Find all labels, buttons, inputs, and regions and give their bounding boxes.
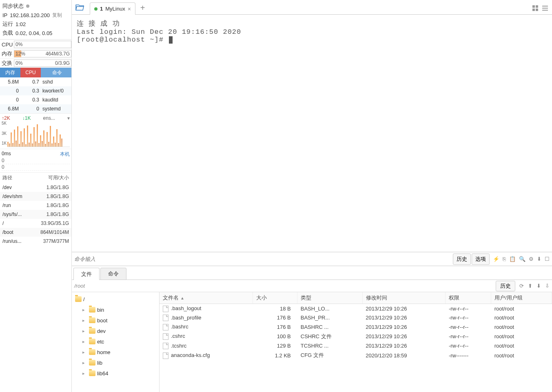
process-row[interactable]: 6.8M0systemd xyxy=(0,104,71,113)
process-row[interactable]: 00.3kworker/0 xyxy=(0,86,71,95)
disk-row[interactable]: /sys/fs/...1.8G/1.8G xyxy=(0,210,71,219)
download-all-icon[interactable]: ⇩ xyxy=(545,283,550,289)
upload-icon[interactable]: ⬆ xyxy=(528,283,532,289)
bolt-icon[interactable]: ⚡ xyxy=(493,256,499,262)
col-perm[interactable]: 权限 xyxy=(446,292,491,304)
disk-path: / xyxy=(2,220,4,226)
file-row[interactable]: .tcshrc129 BTCSHRC ...2013/12/29 10:26-r… xyxy=(160,341,552,351)
latency-local[interactable]: 本机 xyxy=(60,151,70,158)
tab-files[interactable]: 文件 xyxy=(73,268,100,280)
current-path[interactable]: /root xyxy=(74,283,496,289)
runtime-value: 1:02 xyxy=(16,21,26,27)
chart-bar xyxy=(19,144,20,147)
proc-head-cmd[interactable]: 命令 xyxy=(41,68,71,77)
options-button[interactable]: 选项 xyxy=(472,253,490,265)
terminal[interactable]: 连 接 成 功 Last login: Sun Dec 20 19:16:50 … xyxy=(72,15,552,252)
file-type: BASHRC ... xyxy=(297,322,363,332)
maximize-icon[interactable]: ☐ xyxy=(545,256,550,262)
expand-icon[interactable]: ▸ xyxy=(82,339,87,344)
tree-root[interactable]: / xyxy=(73,294,157,304)
file-row[interactable]: anaconda-ks.cfg1.2 KBCFG 文件2020/12/20 18… xyxy=(160,350,552,360)
disk-val: 33.9G/35.1G xyxy=(41,220,69,226)
expand-icon[interactable]: ▸ xyxy=(82,360,87,366)
col-size[interactable]: 大小 xyxy=(253,292,297,304)
close-icon[interactable]: × xyxy=(128,6,131,12)
tree-node[interactable]: ▸boot xyxy=(73,315,157,326)
runtime-label: 运行 xyxy=(2,20,13,28)
tree-label: lib xyxy=(97,360,102,366)
col-type[interactable]: 类型 xyxy=(297,292,363,304)
file-owner: root/root xyxy=(491,313,552,323)
new-tab-button[interactable]: + xyxy=(140,3,145,14)
copy-button[interactable]: 复制 xyxy=(52,12,62,19)
file-row[interactable]: .bash_profile176 BBASH_PR...2013/12/29 1… xyxy=(160,313,552,323)
tab-mylinux[interactable]: 1 MyLinux × xyxy=(90,2,135,15)
file-row[interactable]: .bash_logout18 BBASH_LO...2013/12/29 10:… xyxy=(160,304,552,313)
expand-icon[interactable]: ▸ xyxy=(82,350,87,355)
history-button[interactable]: 历史 xyxy=(453,253,471,265)
proc-cmd: systemd xyxy=(41,106,71,112)
refresh-icon[interactable]: ⟳ xyxy=(519,283,524,289)
search-icon[interactable]: 🔍 xyxy=(519,256,525,262)
menu-icon[interactable] xyxy=(541,4,549,12)
disk-row[interactable]: /dev/shm1.8G/1.8G xyxy=(0,192,71,201)
chevron-down-icon[interactable]: ▾ xyxy=(67,115,70,121)
expand-icon[interactable]: ▸ xyxy=(82,318,87,323)
expand-icon[interactable]: ▸ xyxy=(82,328,87,334)
file-name: .bash_logout xyxy=(160,304,253,313)
tree-node[interactable]: ▸lib64 xyxy=(73,368,157,379)
disk-row[interactable]: /33.9G/35.1G xyxy=(0,219,71,228)
ip-row: IP 192.168.120.200 复制 xyxy=(2,11,69,20)
tree-node[interactable]: ▸home xyxy=(73,347,157,357)
process-row[interactable]: 5.8M0.7sshd xyxy=(0,77,71,86)
file-size: 18 B xyxy=(253,304,297,313)
chart-bar xyxy=(24,128,25,147)
file-name: .tcshrc xyxy=(160,341,253,351)
tab-commands[interactable]: 命令 xyxy=(100,268,126,280)
proc-head-mem[interactable]: 内存 xyxy=(0,68,20,77)
file-name: .cshrc xyxy=(160,332,253,341)
disk-row[interactable]: /run/us...377M/377M xyxy=(0,237,71,246)
tree-node[interactable]: ▸bin xyxy=(73,304,157,315)
sync-label: 同步状态 xyxy=(2,2,24,10)
grid-view-icon[interactable] xyxy=(532,4,539,12)
proc-mem: 0 xyxy=(0,88,20,94)
disk-row[interactable]: /boot864M/1014M xyxy=(0,228,71,237)
tree-node[interactable]: ▸dev xyxy=(73,326,157,336)
disk-head-path[interactable]: 路径 xyxy=(2,174,12,181)
paste-icon[interactable]: 📋 xyxy=(509,256,516,262)
proc-cmd: kauditd xyxy=(41,97,71,103)
folder-icon xyxy=(89,339,95,344)
disk-row[interactable]: /run1.8G/1.8G xyxy=(0,201,71,210)
file-tree[interactable]: / ▸bin▸boot▸dev▸etc▸home▸lib▸lib64 xyxy=(72,292,160,392)
clipboard-icon[interactable]: ⎘ xyxy=(503,256,506,262)
file-owner: root/root xyxy=(491,350,552,360)
latency-section: 0ms 本机 0 0 xyxy=(0,149,71,172)
svg-rect-0 xyxy=(532,5,535,8)
chart-bar xyxy=(55,143,56,147)
disk-row[interactable]: /dev1.8G/1.8G xyxy=(0,183,71,192)
path-history-button[interactable]: 历史 xyxy=(496,281,515,291)
download-icon[interactable]: ⬇ xyxy=(537,256,541,262)
folder-open-icon[interactable] xyxy=(74,2,86,13)
chart-bar xyxy=(53,137,54,147)
tree-node[interactable]: ▸etc xyxy=(73,336,157,347)
gear-icon[interactable]: ⚙ xyxy=(529,256,534,262)
mem-metric: 内存 12%464M/3.7G xyxy=(0,49,71,58)
download-icon[interactable]: ⬇ xyxy=(536,283,541,289)
col-mtime[interactable]: 修改时间 xyxy=(362,292,446,304)
proc-head-cpu[interactable]: CPU xyxy=(20,68,41,77)
disk-val: 1.8G/1.8G xyxy=(47,203,69,208)
col-owner[interactable]: 用户/用户组 xyxy=(491,292,552,304)
command-input[interactable] xyxy=(74,256,453,262)
file-row[interactable]: .cshrc100 BCSHRC 文件2013/12/29 10:26-rw-r… xyxy=(160,332,552,341)
col-name[interactable]: 文件名▲ xyxy=(160,292,253,304)
process-row[interactable]: 00.3kauditd xyxy=(0,95,71,104)
expand-icon[interactable]: ▸ xyxy=(82,371,87,376)
proc-mem: 6.8M xyxy=(0,106,20,112)
disk-head-avail[interactable]: 可用/大小 xyxy=(48,174,69,181)
tree-node[interactable]: ▸lib xyxy=(73,357,157,368)
expand-icon[interactable]: ▸ xyxy=(82,307,87,313)
net-interface[interactable]: ens... xyxy=(43,115,55,121)
file-row[interactable]: .bashrc176 BBASHRC ...2013/12/29 10:26-r… xyxy=(160,322,552,332)
